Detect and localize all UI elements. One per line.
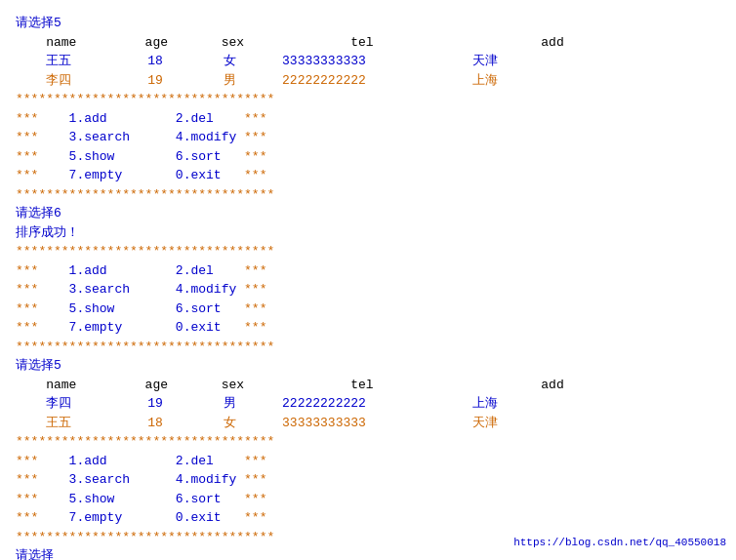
- terminal-line: 王五 18 女 33333333333 天津: [16, 52, 736, 71]
- terminal-line: 请选择6: [16, 204, 736, 223]
- terminal-line: **********************************: [16, 432, 736, 452]
- terminal-line: **********************************: [16, 242, 736, 261]
- watermark: https://blog.csdn.net/qq_40550018: [513, 535, 726, 551]
- terminal-line: 请选择5: [16, 356, 736, 376]
- terminal-line: *** 5.show 6.sort ***: [16, 147, 736, 167]
- terminal-line: 请选择5: [16, 14, 736, 33]
- terminal-line: *** 1.add 2.del ***: [16, 109, 736, 129]
- terminal-line: *** 1.add 2.del ***: [16, 452, 736, 471]
- terminal-line: name age sex tel add: [16, 376, 736, 395]
- terminal-line: name age sex tel add: [16, 33, 736, 53]
- terminal-line: 王五 18 女 33333333333 天津: [16, 414, 736, 433]
- terminal-line: *** 7.empty 0.exit ***: [16, 166, 736, 185]
- terminal-line: *** 5.show 6.sort ***: [16, 490, 736, 509]
- terminal-line: *** 7.empty 0.exit ***: [16, 508, 736, 528]
- terminal-line: *** 7.empty 0.exit ***: [16, 318, 736, 338]
- terminal-line: *** 3.search 4.modify ***: [16, 470, 736, 490]
- terminal-line: **********************************: [16, 338, 736, 357]
- terminal-line: **********************************: [16, 90, 736, 109]
- terminal-window: 请选择5 name age sex tel add 王五 18 女 333333…: [8, 8, 736, 560]
- terminal-line: 李四 19 男 22222222222 上海: [16, 71, 736, 91]
- terminal-line: *** 3.search 4.modify ***: [16, 280, 736, 300]
- terminal-line: 排序成功！: [16, 223, 736, 243]
- terminal-line: *** 3.search 4.modify ***: [16, 128, 736, 147]
- terminal-line: **********************************: [16, 185, 736, 205]
- terminal-line: *** 5.show 6.sort ***: [16, 300, 736, 319]
- terminal-line: *** 1.add 2.del ***: [16, 261, 736, 281]
- terminal-line: 李四 19 男 22222222222 上海: [16, 394, 736, 414]
